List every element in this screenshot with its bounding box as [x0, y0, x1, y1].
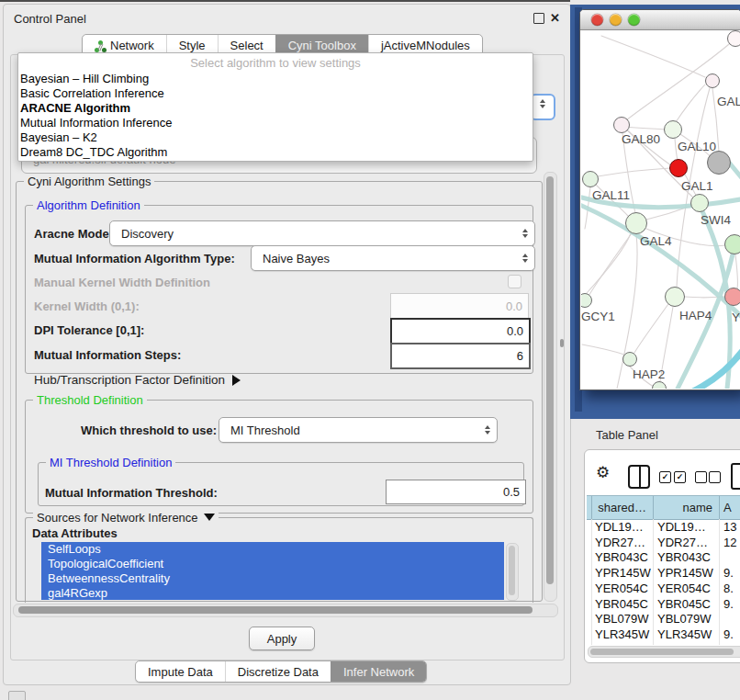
- cell: YDR27…: [654, 535, 720, 550]
- table-hscrollbar[interactable]: [588, 646, 740, 658]
- attribute-item-gal4rgexp[interactable]: gal4RGexp: [41, 586, 504, 600]
- mi-type-value: Naive Bayes: [263, 252, 330, 265]
- node-label-gcy1: GCY1: [581, 310, 615, 323]
- checked-box-icon[interactable]: ✓: [674, 471, 686, 483]
- unchecked-box-icon[interactable]: [695, 471, 707, 483]
- checked-box-icon[interactable]: ✓: [659, 471, 671, 483]
- column-header-a[interactable]: A: [720, 496, 740, 519]
- data-attributes-list[interactable]: SelfLoopsTopologicalCoefficientBetweenne…: [41, 542, 504, 600]
- node-label-swi4: SWI4: [701, 213, 731, 227]
- table-row[interactable]: YBR045CYBR045C9.: [587, 596, 740, 612]
- node-gcy1[interactable]: [581, 293, 592, 308]
- node-label-hap2: HAP2: [633, 367, 665, 381]
- file-icon[interactable]: [731, 463, 740, 490]
- table-row[interactable]: YPR145WYPR145W9.: [587, 565, 740, 581]
- node-bottom-green[interactable]: [652, 381, 667, 389]
- tab-infer-network[interactable]: Infer Network: [331, 661, 426, 682]
- table-body[interactable]: YDL19…YDL19…13YDR27…YDR27…12YBR043CYBR04…: [587, 519, 740, 645]
- cell: YBL079W: [592, 612, 654, 627]
- unchecked-box-icon[interactable]: [709, 471, 721, 483]
- tab-impute-data[interactable]: Impute Data: [136, 661, 225, 682]
- threshold-title: Threshold Definition: [33, 393, 147, 407]
- table-row[interactable]: YER054CYER054C8.: [587, 581, 740, 596]
- minimize-traffic-light[interactable]: [610, 14, 622, 26]
- node-hap4[interactable]: [665, 287, 685, 307]
- attribute-item-betweennesscentrality[interactable]: BetweennessCentrality: [41, 571, 504, 586]
- table-row[interactable]: YBL079WYBL079W: [587, 612, 740, 627]
- network-window[interactable]: GAL80GAL10GAL1GAL11SWI4GAL4GCY1HAP4HAP2G…: [579, 9, 740, 390]
- table-header[interactable]: shared…nameA: [587, 495, 740, 520]
- node-label-gal: GAL: [717, 95, 740, 108]
- table-row[interactable]: YLR345WYLR345W9.: [587, 627, 740, 642]
- mini-button[interactable]: [8, 691, 26, 700]
- network-window-titlebar[interactable]: [580, 10, 740, 30]
- mi-threshold-title: MI Threshold Definition: [46, 456, 175, 469]
- mi-threshold-field[interactable]: 0.5: [386, 480, 526, 504]
- algorithm-option-mutual-information-inference[interactable]: Mutual Information Inference: [18, 116, 533, 130]
- mi-steps-field[interactable]: 6: [390, 343, 531, 369]
- dpi-tolerance-field[interactable]: 0.0: [390, 318, 531, 344]
- inference-combo-stepper[interactable]: [530, 94, 555, 120]
- close-traffic-light[interactable]: [591, 14, 603, 26]
- algorithm-option-aracne-algorithm[interactable]: ARACNE Algorithm: [18, 101, 533, 116]
- node-gal1-red[interactable]: [669, 159, 688, 177]
- apply-button[interactable]: Apply: [249, 627, 315, 650]
- table-row[interactable]: YBR043CYBR043C: [587, 550, 740, 566]
- manual-kernel-label: Manual Kernel Width Definition: [34, 276, 210, 289]
- node-gal11[interactable]: [582, 171, 599, 187]
- which-threshold-combo[interactable]: MI Threshold: [219, 417, 498, 443]
- split-columns-icon[interactable]: [628, 465, 650, 489]
- node-gal10[interactable]: [707, 151, 731, 175]
- group-title: Cyni Algorithm Settings: [24, 175, 154, 188]
- attributes-scrollbar[interactable]: [506, 543, 519, 601]
- algorithm-option-bayesian-k2[interactable]: Bayesian – K2: [18, 130, 533, 145]
- node-gal4[interactable]: [625, 212, 647, 234]
- node-gal10-nb[interactable]: [664, 120, 682, 139]
- splitter-handle[interactable]: [560, 339, 564, 347]
- gear-icon[interactable]: ⚙: [596, 465, 610, 480]
- cell: YBR045C: [592, 596, 654, 612]
- algorithm-option-dream8-dc-tdc-algorithm[interactable]: Dream8 DC_TDC Algorithm: [18, 145, 533, 160]
- cell: [720, 612, 740, 627]
- node-label-hap4: HAP4: [679, 309, 712, 322]
- node-label-gal1: GAL1: [681, 179, 713, 193]
- zoom-traffic-light[interactable]: [628, 14, 640, 26]
- node-swi4[interactable]: [690, 194, 709, 212]
- node-hap2[interactable]: [622, 352, 637, 367]
- attribute-item-topologicalcoefficient[interactable]: TopologicalCoefficient: [41, 557, 504, 571]
- kernel-width-label: Kernel Width (0,1):: [34, 299, 140, 313]
- network-canvas[interactable]: GAL80GAL10GAL1GAL11SWI4GAL4GCY1HAP4HAP2G…: [581, 30, 740, 389]
- node-top-right[interactable]: [727, 30, 740, 47]
- settings-hscrollbar[interactable]: [13, 604, 558, 617]
- aracne-mode-combo[interactable]: Discovery: [109, 220, 535, 246]
- node-right-pink[interactable]: [724, 288, 740, 306]
- table-row[interactable]: YIL052CYIL052C9: [587, 642, 740, 645]
- table-row[interactable]: YDR27…YDR27…12: [587, 535, 740, 550]
- cell: YBR043C: [592, 550, 654, 566]
- settings-vscrollbar[interactable]: [544, 172, 557, 602]
- float-window-icon[interactable]: [533, 13, 544, 24]
- hub-definition-toggle[interactable]: Hub/Transcription Factor Definition: [34, 373, 241, 387]
- manual-kernel-checkbox[interactable]: [508, 275, 521, 288]
- algorithm-option-bayesian-hill-climbing[interactable]: Bayesian – Hill Climbing: [18, 72, 533, 86]
- node-label-y: Y: [732, 310, 740, 324]
- table-panel: ⚙ ✓ ✓ shared…nameA YDL19…YDL19…13YDR27…Y…: [584, 449, 740, 663]
- mi-threshold-label: Mutual Information Threshold:: [45, 486, 218, 500]
- node-label-gal10: GAL10: [678, 140, 716, 153]
- cell: YLR345W: [654, 627, 720, 642]
- table-row[interactable]: YDL19…YDL19…13: [587, 519, 740, 535]
- algorithm-option-basic-correlation-inference[interactable]: Basic Correlation Inference: [18, 86, 533, 101]
- close-icon[interactable]: ✕: [550, 12, 560, 24]
- control-panel: Control Panel ✕ NetworkStyleSelectCyni T…: [3, 4, 571, 685]
- node-right-green[interactable]: [724, 234, 740, 254]
- kernel-width-field[interactable]: 0.0: [390, 293, 529, 319]
- attribute-item-selfloops[interactable]: SelfLoops: [41, 542, 504, 557]
- node-gal80[interactable]: [613, 117, 630, 133]
- cell: YIL052C: [592, 642, 654, 645]
- column-header-name[interactable]: name: [654, 496, 720, 519]
- mi-type-combo[interactable]: Naive Bayes: [251, 245, 535, 271]
- mi-steps-label: Mutual Information Steps:: [34, 348, 181, 362]
- column-header-shared-[interactable]: shared…: [592, 496, 654, 519]
- tab-discretize-data[interactable]: Discretize Data: [225, 661, 331, 682]
- node-gal-tr[interactable]: [705, 73, 720, 88]
